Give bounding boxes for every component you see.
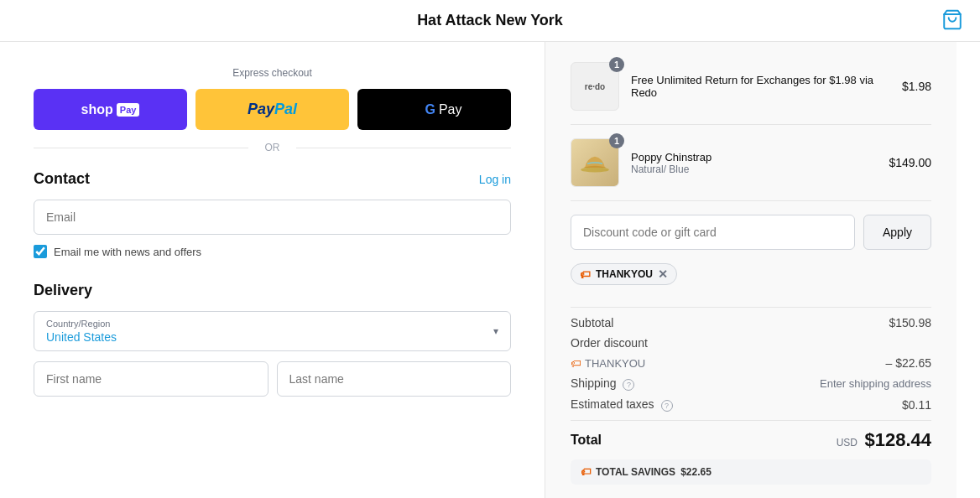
country-label: Country/Region xyxy=(34,312,510,329)
coupon-tag-wrapper: 🏷 THANKYOU ✕ xyxy=(571,263,931,298)
item-price: $149.00 xyxy=(889,156,931,169)
discount-sub: 🏷 THANKYOU xyxy=(571,357,645,370)
newsletter-row: Email me with news and offers xyxy=(34,245,511,258)
order-discount-line: Order discount xyxy=(571,336,931,350)
shipping-label: Shipping ? xyxy=(571,376,634,391)
total-currency: USD xyxy=(837,437,858,449)
discount-code-label: THANKYOU xyxy=(585,357,645,370)
item-price: $1.98 xyxy=(902,80,931,93)
total-amount: $128.44 xyxy=(864,429,931,450)
order-items: re·do 1 Free Unlimited Return for Exchan… xyxy=(571,62,931,201)
discount-value: – $22.65 xyxy=(886,356,932,370)
redo-logo: re·do xyxy=(580,71,610,101)
subtotal-line: Subtotal $150.98 xyxy=(571,316,931,329)
shipping-info-icon[interactable]: ? xyxy=(623,379,634,391)
svg-point-1 xyxy=(581,167,609,172)
paypal-button[interactable]: PayPal xyxy=(195,89,349,130)
item-image-wrapper: 1 xyxy=(571,138,619,187)
discount-row: Apply xyxy=(571,215,931,250)
name-row xyxy=(34,361,511,397)
express-checkout-label: Express checkout xyxy=(34,67,511,79)
item-name: Free Unlimited Return for Exchanges for … xyxy=(631,74,890,99)
tag-icon: 🏷 xyxy=(580,268,591,281)
coupon-remove-button[interactable]: ✕ xyxy=(658,267,668,281)
savings-tag-icon: 🏷 xyxy=(581,466,591,478)
item-details: Free Unlimited Return for Exchanges for … xyxy=(631,74,890,99)
express-buttons: shop Pay PayPal G Pay xyxy=(34,89,511,130)
gpay-button[interactable]: G Pay xyxy=(357,89,511,130)
shipping-value: Enter shipping address xyxy=(820,377,931,390)
country-select[interactable]: Country/Region United States ▾ xyxy=(34,311,511,351)
taxes-value: $0.11 xyxy=(902,398,931,412)
shop-pay-button[interactable]: shop Pay xyxy=(34,89,187,130)
right-panel: re·do 1 Free Unlimited Return for Exchan… xyxy=(545,42,957,498)
order-discount-label: Order discount xyxy=(571,336,648,350)
chevron-down-icon: ▾ xyxy=(493,325,498,337)
savings-label: TOTAL SAVINGS xyxy=(596,466,675,478)
cart-icon[interactable] xyxy=(941,8,963,33)
divider xyxy=(571,307,931,308)
taxes-info-icon[interactable]: ? xyxy=(661,400,673,412)
delivery-section: Delivery Country/Region United States ▾ xyxy=(34,282,511,397)
item-quantity-badge: 1 xyxy=(609,133,624,148)
list-item: re·do 1 Free Unlimited Return for Exchan… xyxy=(571,62,931,125)
list-item: 1 Poppy Chinstrap Natural/ Blue $149.00 xyxy=(571,138,931,201)
login-link[interactable]: Log in xyxy=(479,173,511,186)
left-panel: Express checkout shop Pay PayPal G Pay xyxy=(0,42,545,498)
savings-bar: 🏷 TOTAL SAVINGS $22.65 xyxy=(571,459,931,485)
email-field[interactable] xyxy=(34,200,511,235)
discount-code-line: 🏷 THANKYOU – $22.65 xyxy=(571,356,931,370)
shipping-line: Shipping ? Enter shipping address xyxy=(571,376,931,391)
taxes-label: Estimated taxes ? xyxy=(571,397,673,412)
item-image-wrapper: re·do 1 xyxy=(571,62,619,111)
total-value-wrapper: USD $128.44 xyxy=(837,429,931,451)
newsletter-checkbox[interactable] xyxy=(34,245,47,258)
last-name-field[interactable] xyxy=(277,361,512,397)
contact-header: Contact Log in xyxy=(34,170,511,188)
coupon-tag: 🏷 THANKYOU ✕ xyxy=(571,263,677,285)
page-title: Hat Attack New York xyxy=(417,12,563,29)
delivery-title: Delivery xyxy=(34,282,511,299)
gpay-text: G Pay xyxy=(406,102,461,117)
taxes-line: Estimated taxes ? $0.11 xyxy=(571,397,931,412)
first-name-field[interactable] xyxy=(34,361,268,397)
item-name: Poppy Chinstrap xyxy=(631,151,877,163)
header: Hat Attack New York xyxy=(0,0,980,42)
divider xyxy=(571,420,931,421)
tag-icon: 🏷 xyxy=(571,357,581,370)
item-quantity-badge: 1 xyxy=(609,57,624,72)
newsletter-label: Email me with news and offers xyxy=(54,246,201,258)
paypal-text: PayPal xyxy=(248,101,297,118)
contact-title: Contact xyxy=(34,170,90,188)
discount-input[interactable] xyxy=(571,215,855,250)
coupon-code: THANKYOU xyxy=(596,268,653,280)
total-line: Total USD $128.44 xyxy=(571,429,931,451)
subtotal-label: Subtotal xyxy=(571,316,613,329)
item-details: Poppy Chinstrap Natural/ Blue xyxy=(631,151,877,175)
shop-pay-text: shop xyxy=(81,102,113,117)
contact-section: Contact Log in Email me with news and of… xyxy=(34,170,511,258)
savings-value: $22.65 xyxy=(680,466,712,478)
main-layout: Express checkout shop Pay PayPal G Pay xyxy=(0,42,980,498)
country-value: United States xyxy=(34,329,510,350)
item-variant: Natural/ Blue xyxy=(631,163,877,175)
shop-pay-box: Pay xyxy=(117,103,140,117)
or-divider: OR xyxy=(34,142,511,153)
total-label: Total xyxy=(571,433,602,448)
apply-button[interactable]: Apply xyxy=(863,215,931,250)
subtotal-value: $150.98 xyxy=(889,316,931,329)
